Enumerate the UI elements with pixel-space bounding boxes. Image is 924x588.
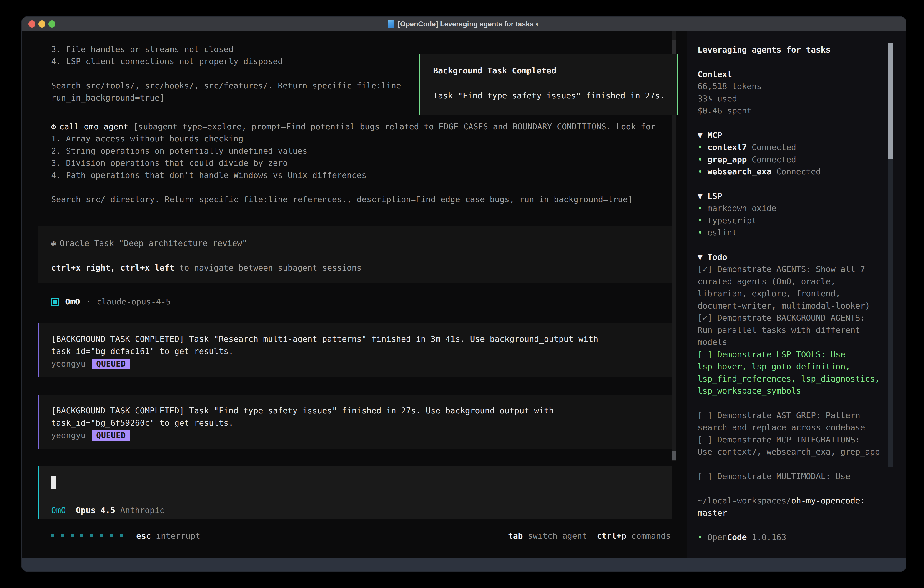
activity-dots-icon <box>51 534 122 537</box>
zoom-button[interactable] <box>48 20 56 28</box>
tool-call-name: call_omo_agent <box>59 122 128 131</box>
tool-call-row: ⚙call_omo_agent [subagent_type=explore, … <box>51 121 655 132</box>
task-user: yeongyu <box>51 429 86 441</box>
window-title-group: [OpenCode] Leveraging agents for tasks ◐ <box>388 20 540 28</box>
lsp-item: • eslint <box>698 226 906 239</box>
sidebar-scrollbar-thumb[interactable] <box>888 43 893 159</box>
esc-label: interrupt <box>151 531 200 540</box>
notification-title: Background Task Completed <box>433 64 676 77</box>
window-bottom-frame <box>21 558 906 571</box>
ctrlp-key: ctrl+p <box>587 531 626 540</box>
todo-item-pending: [ ] Demonstrate AST-GREP: Pattern search… <box>698 409 893 434</box>
mcp-status: Connected <box>747 155 796 164</box>
tool-call-tail: Search src/ directory. Return specific f… <box>51 193 633 205</box>
oracle-task-card[interactable]: ◉Oracle Task "Deep architecture review" … <box>38 226 672 283</box>
chat-scrollbar-thumb-bottom[interactable] <box>672 451 676 461</box>
agent-header: OmO · claude-opus-4-5 <box>51 296 171 308</box>
traffic-lights <box>28 17 56 31</box>
shortcut-label: to navigate between subagent sessions <box>174 263 362 273</box>
task-meta-row: yeongyu QUEUED <box>51 358 672 370</box>
task-message: [BACKGROUND TASK COMPLETED] Task "Find t… <box>38 395 672 449</box>
tool-call-args: [subagent_type=explore, prompt=Find pote… <box>128 122 655 131</box>
tab-key: tab <box>508 531 523 540</box>
tab-label: switch agent <box>523 531 587 540</box>
close-button[interactable] <box>28 20 35 28</box>
lsp-name: eslint <box>703 228 737 237</box>
esc-key: esc <box>136 531 151 540</box>
bullet-icon: • <box>698 155 703 164</box>
todo-item-done: [✓] Demonstrate BACKGROUND AGENTS: Run p… <box>698 312 893 349</box>
subagent-nav-hint: ctrl+x right, ctrl+x left to navigate be… <box>51 262 672 274</box>
workspace-branch: master <box>698 507 906 519</box>
context-spent: $0.46 spent <box>698 105 906 117</box>
status-bar: esc interrupt tab switch agent ctrl+p co… <box>51 530 671 542</box>
mcp-name: grep_app <box>707 155 747 164</box>
context-tokens: 66,518 tokens <box>698 80 906 92</box>
input-meta-row: OmO Opus 4.5 Anthropic <box>51 504 165 516</box>
mcp-name: context7 <box>707 142 747 152</box>
input-model: Opus 4.5 <box>76 505 115 515</box>
title-bar: [OpenCode] Leveraging agents for tasks ◐ <box>21 17 906 31</box>
bullet-icon: • <box>698 167 703 176</box>
mcp-status: Connected <box>747 142 796 152</box>
lsp-item: • markdown-oxide <box>698 202 906 215</box>
triangle-icon: ▼ <box>698 192 703 201</box>
agent-checkbox-icon <box>51 297 59 306</box>
lsp-name: markdown-oxide <box>703 203 776 213</box>
agent-name: OmO <box>65 297 80 306</box>
oracle-task-title-row: ◉Oracle Task "Deep architecture review" <box>51 237 672 249</box>
context-heading: Context <box>698 68 906 81</box>
mcp-name: websearch_exa <box>707 167 771 176</box>
task-message-text: [BACKGROUND TASK COMPLETED] Task "Find t… <box>51 405 653 429</box>
esc-hint: esc interrupt <box>136 531 200 540</box>
bullet-icon: • <box>698 228 703 237</box>
bullet-icon: • <box>698 203 703 213</box>
chat-scrollbar-thumb-top[interactable] <box>672 40 676 55</box>
workspace-path: ~/local-workspaces/oh-my-opencode: <box>698 495 906 507</box>
app-version: 1.0.163 <box>747 532 786 542</box>
status-badge: QUEUED <box>92 430 130 441</box>
triangle-icon: ▼ <box>698 253 703 262</box>
bullet-icon: • <box>698 216 703 225</box>
todo-item-pending: [ ] Demonstrate MCP INTEGRATIONS: Use co… <box>698 434 893 458</box>
todo-section-header[interactable]: ▼ Todo <box>698 251 906 263</box>
app-name-dim: Open <box>707 532 727 542</box>
notification-body: Task "Find type safety issues" finished … <box>433 89 676 102</box>
file-icon <box>388 20 394 28</box>
sidebar-scrollbar-track[interactable] <box>888 159 893 467</box>
mcp-section-header[interactable]: ▼ MCP <box>698 129 906 141</box>
prompt-input[interactable]: OmO Opus 4.5 Anthropic <box>38 466 672 519</box>
context-used: 33% used <box>698 92 906 105</box>
todo-item-done: [✓] Demonstrate AGENTS: Show all 7 curat… <box>698 263 893 312</box>
minimize-button[interactable] <box>38 20 46 28</box>
workspace-repo: oh-my-opencode: <box>791 496 865 505</box>
bullet-icon: • <box>698 142 703 152</box>
triangle-icon: ▼ <box>698 130 703 140</box>
status-badge: QUEUED <box>92 358 130 369</box>
mcp-item: • grep_app Connected <box>698 154 906 166</box>
content-area: 3. File handles or streams not closed 4.… <box>21 31 906 558</box>
todo-item-active: [ ] Demonstrate LSP TOOLS: Use lsp_hover… <box>698 349 893 397</box>
task-message: [BACKGROUND TASK COMPLETED] Task "Resear… <box>38 323 672 377</box>
workspace-prefix: ~/local-workspaces/ <box>698 496 791 505</box>
scrollback-line: Search src/tools/, src/hooks/, src/featu… <box>51 79 401 92</box>
lsp-item: • typescript <box>698 215 906 227</box>
lsp-name: typescript <box>703 216 757 225</box>
text-cursor <box>51 476 56 489</box>
agent-model: claude-opus-4-5 <box>97 297 171 306</box>
input-provider: Anthropic <box>120 505 164 515</box>
background-task-notification: Background Task Completed Task "Find typ… <box>419 54 678 115</box>
gear-icon: ⚙ <box>51 122 56 131</box>
scrollback-line: 4. LSP client connections not properly d… <box>51 55 283 67</box>
oracle-task-title: Oracle Task "Deep architecture review" <box>60 238 247 248</box>
window-title: [OpenCode] Leveraging agents for tasks ◐ <box>398 20 540 28</box>
ctrlp-label: commands <box>626 531 671 540</box>
dot-separator: · <box>86 297 91 306</box>
lsp-section-header[interactable]: ▼ LSP <box>698 190 906 202</box>
tool-call-list: 1. Array access without bounds checking … <box>51 132 665 181</box>
chat-pane: 3. File handles or streams not closed 4.… <box>21 31 686 558</box>
task-user: yeongyu <box>51 358 86 370</box>
bullet-icon: • <box>698 532 703 542</box>
task-meta-row: yeongyu QUEUED <box>51 429 672 441</box>
todo-item-pending: [ ] Demonstrate MULTIMODAL: Use <box>698 470 893 482</box>
